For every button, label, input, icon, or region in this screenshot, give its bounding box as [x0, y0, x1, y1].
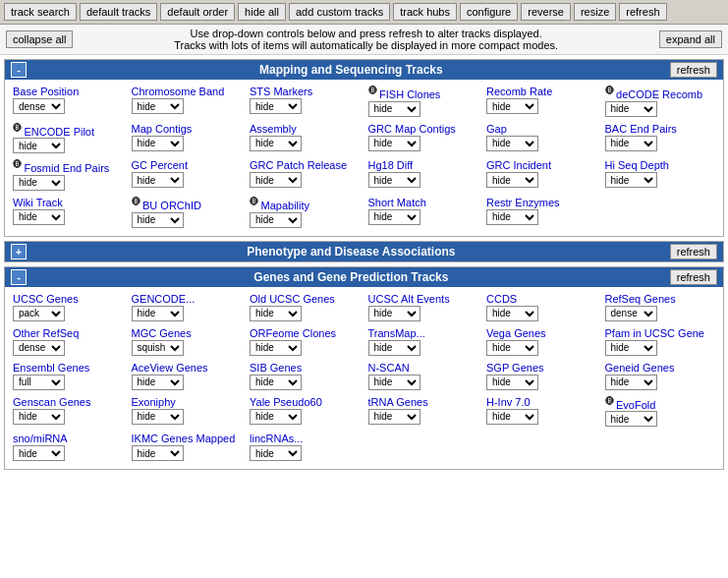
track-name-link[interactable]: Yale Pseudo60	[250, 396, 361, 408]
track-name-link[interactable]: GRC Incident	[486, 159, 597, 171]
track-select[interactable]: hidedensesquishpackfull	[132, 409, 184, 425]
track-name-link[interactable]: Base Position	[13, 86, 124, 97]
track-name-link[interactable]: GRC Patch Release	[250, 159, 361, 171]
reverse-button[interactable]: reverse	[521, 3, 571, 21]
track-name-link[interactable]: UCSC Genes	[13, 293, 124, 305]
track-select[interactable]: hidedensesquishpackfull	[132, 445, 184, 461]
track-name-link[interactable]: Old UCSC Genes	[250, 293, 361, 305]
track-select[interactable]: hidedensesquishpackfull	[13, 98, 65, 114]
track-select[interactable]: hidedensesquishpackfull	[250, 445, 302, 461]
track-select[interactable]: hidedensesquishpackfull	[486, 409, 538, 425]
track-name-link[interactable]: 🅑 FISH Clones	[368, 86, 479, 100]
track-name-link[interactable]: Pfam in UCSC Gene	[605, 327, 716, 339]
toggle-button-genes-prediction[interactable]: -	[11, 269, 27, 285]
track-name-link[interactable]: Geneid Genes	[605, 362, 716, 374]
track-name-link[interactable]: BAC End Pairs	[605, 123, 716, 135]
track-name-link[interactable]: 🅑 Mapability	[250, 197, 361, 211]
track-select[interactable]: hidedensesquishpackfull	[486, 209, 538, 225]
track-name-link[interactable]: 🅑 ENCODE Pilot	[13, 123, 124, 138]
track-name-link[interactable]: CCDS	[486, 293, 597, 305]
track-select[interactable]: hidedensesquishpackfull	[605, 411, 657, 427]
track-select[interactable]: hidedensesquishpackfull	[250, 306, 302, 321]
track-select[interactable]: hidedensesquishpackfull	[486, 98, 538, 114]
track-name-link[interactable]: STS Markers	[250, 86, 361, 97]
track-name-link[interactable]: Hi Seq Depth	[605, 159, 716, 171]
track-name-link[interactable]: Exoniphy	[132, 396, 243, 408]
resize-button[interactable]: resize	[574, 3, 616, 21]
track-name-link[interactable]: tRNA Genes	[368, 396, 479, 408]
track-name-link[interactable]: 🅑 Fosmid End Pairs	[13, 159, 124, 174]
track-select[interactable]: hidedensesquishpackfull	[605, 101, 657, 117]
track-name-link[interactable]: GC Percent	[132, 159, 243, 171]
track-name-link[interactable]: ORFeome Clones	[250, 327, 361, 339]
track-select[interactable]: hidedensesquishpackfull	[13, 340, 65, 356]
expand-all-button[interactable]: expand all	[659, 30, 722, 48]
track-select[interactable]: hidedensesquishpackfull	[368, 409, 420, 425]
track-name-link[interactable]: H-Inv 7.0	[486, 396, 597, 408]
track-select[interactable]: hidedensesquishpackfull	[250, 340, 302, 356]
track-select[interactable]: hidedensesquishpackfull	[13, 375, 65, 390]
collapse-all-button[interactable]: collapse all	[6, 30, 73, 48]
track-select[interactable]: hidedensesquishpackfull	[132, 340, 184, 356]
track-select[interactable]: hidedensesquishpackfull	[605, 172, 657, 188]
hide-all-button[interactable]: hide all	[238, 3, 286, 21]
track-name-link[interactable]: TransMap...	[368, 327, 479, 339]
track-select[interactable]: hidedensesquishpackfull	[605, 375, 657, 390]
track-select[interactable]: hidedensesquishpackfull	[250, 409, 302, 425]
toggle-button-phenotype-disease[interactable]: +	[11, 244, 27, 260]
track-select[interactable]: hidedensesquishpackfull	[250, 172, 302, 188]
track-select[interactable]: hidedensesquishpackfull	[368, 101, 420, 117]
track-select[interactable]: hidedensesquishpackfull	[132, 136, 184, 151]
track-name-link[interactable]: GENCODE...	[132, 293, 243, 305]
track-name-link[interactable]: Map Contigs	[132, 123, 243, 135]
track-name-link[interactable]: 🅑 EvoFold	[605, 396, 716, 411]
track-name-link[interactable]: Recomb Rate	[486, 86, 597, 97]
track-name-link[interactable]: N-SCAN	[368, 362, 479, 374]
track-name-link[interactable]: AceView Genes	[132, 362, 243, 374]
track-search-button[interactable]: track search	[4, 3, 77, 21]
track-select[interactable]: hidedensesquishpackfull	[13, 409, 65, 425]
track-select[interactable]: hidedensesquishpackfull	[132, 98, 184, 114]
track-name-link[interactable]: Hg18 Diff	[368, 159, 479, 171]
track-select[interactable]: hidedensesquishpackfull	[250, 375, 302, 390]
track-select[interactable]: hidedensesquishpackfull	[368, 306, 420, 321]
track-name-link[interactable]: MGC Genes	[132, 327, 243, 339]
track-name-link[interactable]: Short Match	[368, 197, 479, 208]
track-name-link[interactable]: Vega Genes	[486, 327, 597, 339]
track-name-link[interactable]: UCSC Alt Events	[368, 293, 479, 305]
refresh-button[interactable]: refresh	[619, 3, 666, 21]
track-name-link[interactable]: IKMC Genes Mapped	[132, 433, 243, 444]
track-name-link[interactable]: SIB Genes	[250, 362, 361, 374]
track-select[interactable]: hidedensesquishpackfull	[486, 172, 538, 188]
track-select[interactable]: hidedensesquishpackfull	[13, 138, 65, 153]
track-select[interactable]: hidedensesquishpackfull	[250, 98, 302, 114]
track-name-link[interactable]: Chromosome Band	[132, 86, 243, 97]
track-select[interactable]: hidedensesquishpackfull	[605, 306, 657, 321]
track-name-link[interactable]: Gap	[486, 123, 597, 135]
section-refresh-button-phenotype-disease[interactable]: refresh	[670, 244, 717, 260]
section-refresh-button-mapping-sequencing[interactable]: refresh	[670, 62, 717, 78]
track-select[interactable]: hidedensesquishpackfull	[13, 445, 65, 461]
default-order-button[interactable]: default order	[160, 3, 235, 21]
track-select[interactable]: hidedensesquishpackfull	[486, 306, 538, 321]
track-name-link[interactable]: Ensembl Genes	[13, 362, 124, 374]
track-select[interactable]: hidedensesquishpackfull	[368, 340, 420, 356]
track-select[interactable]: hidedensesquishpackfull	[132, 306, 184, 321]
track-name-link[interactable]: Other RefSeq	[13, 327, 124, 339]
track-select[interactable]: hidedensesquishpackfull	[486, 340, 538, 356]
track-name-link[interactable]: lincRNAs...	[250, 433, 361, 444]
configure-button[interactable]: configure	[460, 3, 518, 21]
track-select[interactable]: hidedensesquishpackfull	[368, 209, 420, 225]
track-select[interactable]: hidedensesquishpackfull	[368, 172, 420, 188]
track-select[interactable]: hidedensesquishpackfull	[132, 172, 184, 188]
section-refresh-button-genes-prediction[interactable]: refresh	[670, 269, 717, 285]
track-select[interactable]: hidedensesquishpackfull	[486, 375, 538, 390]
toggle-button-mapping-sequencing[interactable]: -	[11, 62, 27, 78]
track-select[interactable]: hidedensesquishpackfull	[368, 136, 420, 151]
track-name-link[interactable]: Restr Enzymes	[486, 197, 597, 208]
track-name-link[interactable]: 🅑 deCODE Recomb	[605, 86, 716, 100]
track-select[interactable]: hidedensesquishpackfull	[13, 175, 65, 191]
track-select[interactable]: hidedensesquishpackfull	[132, 375, 184, 390]
track-select[interactable]: hidedensesquishpackfull	[486, 136, 538, 151]
track-name-link[interactable]: Wiki Track	[13, 197, 124, 208]
